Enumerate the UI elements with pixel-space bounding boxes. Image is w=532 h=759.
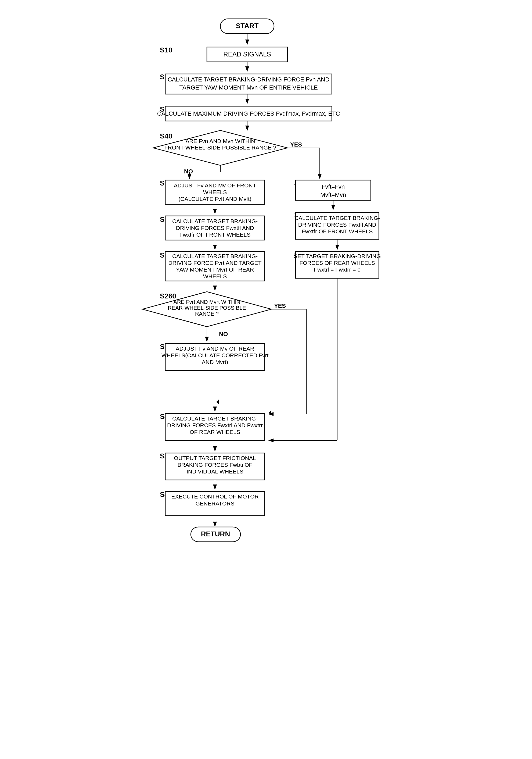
no2-label: NO [219, 331, 228, 338]
s300-text1: ADJUST Fv AND Mv OF REAR [176, 345, 254, 352]
s300-text3: AND Mvrt) [202, 359, 228, 365]
s10-label: S10 [160, 46, 172, 54]
s10-text: READ SIGNALS [223, 51, 271, 58]
s20-text2: TARGET YAW MOMENT Mvn OF ENTIRE VEHICLE [179, 84, 318, 91]
s400-text3: OF REAR WHEELS [190, 429, 240, 435]
yes-label: YES [290, 141, 302, 148]
s70-text1: SET TARGET BRAKING-DRIVING [294, 253, 381, 259]
return-label: RETURN [201, 530, 230, 538]
s100-text1: ADJUST Fv AND Mv OF FRONT [174, 182, 256, 188]
s100-text3: (CALCULATE Fvft AND Mvft) [178, 196, 251, 202]
s70-text2: FORCES OF REAR WHEELS [299, 260, 375, 266]
start-label: START [236, 22, 259, 30]
s70-text3: Fwxtrl = Fwxtrr = 0 [314, 266, 361, 273]
s420-text2: GENERATORS [195, 500, 234, 506]
s420-text1: EXECUTE CONTROL OF MOTOR [171, 493, 259, 499]
s200-text1: CALCULATE TARGET BRAKING- [172, 218, 258, 224]
s300-text2: WHEELS(CALCULATE CORRECTED Fvrt [162, 352, 269, 358]
s400-text2: DRIVING FORCES Fwxtrl AND Fwxtrr [167, 422, 263, 428]
s410-text3: INDIVIDUAL WHEELS [186, 468, 244, 475]
s410-text1: OUTPUT TARGET FRICTIONAL [174, 455, 256, 461]
s240-text2: DRIVING FORCE Fvrt AND TARGET [169, 260, 262, 266]
s260-text1: ARE Fvrt AND Mvrt WITHIN [173, 299, 241, 305]
no-label: NO [184, 168, 193, 175]
s60-text2: DRIVING FORCES Fwxtfl AND [298, 221, 376, 228]
s30-text: CALCULATE MAXIMUM DRIVING FORCES Fvdfmax… [157, 110, 340, 117]
s50-text1: Fvft=Fvn [322, 183, 345, 190]
s40-text1: ARE Fvn AND Mvn WITHIN [185, 138, 255, 144]
s200-text3: Fwxtfr OF FRONT WHEELS [179, 231, 250, 238]
yes2-label: YES [274, 302, 286, 309]
s240-text1: CALCULATE TARGET BRAKING- [172, 253, 258, 259]
s100-text2: WHEELS [203, 189, 227, 195]
s60-text1: CALCULATE TARGET BRAKING- [294, 215, 380, 221]
s200-text2: DRIVING FORCES Fwxtfl AND [176, 225, 254, 231]
svg-marker-44 [216, 399, 219, 405]
s240-text4: WHEELS [203, 273, 227, 279]
flowchart-container: START S10 READ SIGNALS S20 CALCULATE TAR… [118, 11, 414, 750]
s260-text3: RANGE ? [195, 311, 219, 317]
s40-text2: FRONT-WHEEL-SIDE POSSIBLE RANGE ? [165, 144, 277, 150]
s60-text3: Fwxtfr OF FRONT WHEELS [302, 228, 373, 234]
s50-text2: Mvft=Mvn [320, 191, 346, 198]
flowchart-svg: START S10 READ SIGNALS S20 CALCULATE TAR… [118, 11, 414, 750]
s20-text1: CALCULATE TARGET BRAKING-DRIVING FORCE F… [168, 76, 329, 83]
svg-marker-45 [269, 410, 271, 416]
s40-label: S40 [160, 132, 172, 140]
s240-text3: YAW MOMENT Mvrt OF REAR [176, 266, 254, 273]
s260-text2: REAR-WHEEL-SIDE POSSIBLE [168, 305, 246, 311]
s400-text1: CALCULATE TARGET BRAKING- [172, 416, 258, 421]
s410-text2: BRAKING FORCES Fwbti OF [177, 461, 252, 468]
